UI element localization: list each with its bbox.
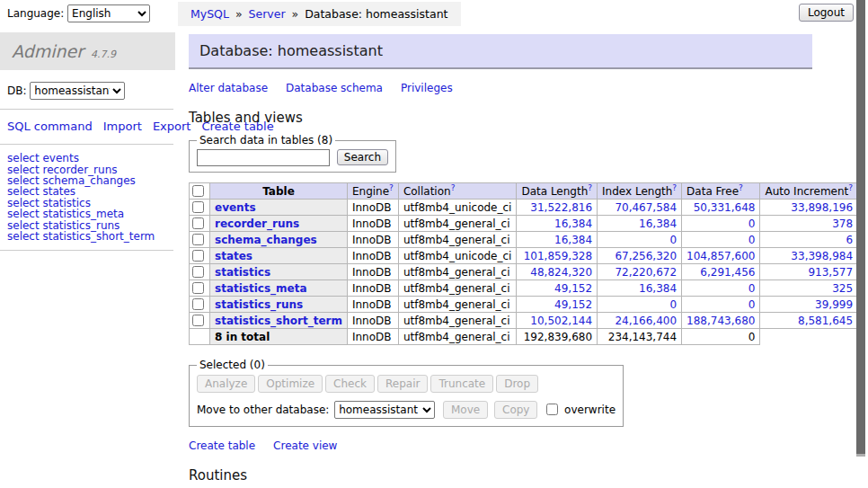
collation-cell: utf8mb4_general_ci bbox=[398, 264, 517, 280]
auto-increment-link[interactable]: 33,398,984 bbox=[791, 250, 853, 262]
help-link[interactable]: ? bbox=[389, 183, 394, 192]
help-link[interactable]: ? bbox=[739, 183, 743, 192]
table-link-statistics-runs[interactable]: statistics_runs bbox=[215, 298, 303, 311]
search-button[interactable]: Search bbox=[337, 149, 388, 165]
table-link-statistics-meta[interactable]: statistics_meta bbox=[215, 282, 307, 295]
index-length-link[interactable]: 0 bbox=[669, 298, 677, 311]
help-link[interactable]: ? bbox=[848, 183, 853, 192]
table-name-cell: statistics bbox=[210, 264, 348, 280]
auto-increment-link[interactable]: 378 bbox=[832, 217, 853, 230]
optimize-button[interactable]: Optimize bbox=[258, 375, 323, 393]
auto-increment-link[interactable]: 39,999 bbox=[815, 298, 853, 311]
help-link[interactable]: ? bbox=[588, 183, 592, 192]
index-length-link[interactable]: 70,467,584 bbox=[615, 201, 677, 214]
table-row-statistics-meta: statistics_metaInnoDButf8mb4_general_ci4… bbox=[190, 280, 868, 297]
data-length-link[interactable]: 49,152 bbox=[554, 298, 592, 311]
index-length-cell: 24,166,400 bbox=[598, 313, 682, 329]
help-link[interactable]: ? bbox=[451, 183, 456, 192]
data-free-link[interactable]: 0 bbox=[748, 234, 756, 246]
repair-button[interactable]: Repair bbox=[377, 375, 428, 393]
auto-increment-link[interactable]: 33,898,196 bbox=[791, 201, 853, 214]
table-link-recorder-runs[interactable]: recorder_runs bbox=[215, 217, 299, 230]
data-length-link[interactable]: 10,502,144 bbox=[530, 315, 592, 327]
help-link[interactable]: ? bbox=[672, 183, 677, 192]
auto-increment-link[interactable]: 6 bbox=[846, 234, 853, 246]
data-free-link[interactable]: 0 bbox=[748, 217, 756, 230]
data-length-link[interactable]: 16,384 bbox=[554, 234, 592, 246]
table-link-statistics-short-term[interactable]: statistics_short_term bbox=[215, 315, 342, 327]
table-link-states[interactable]: states bbox=[215, 250, 252, 262]
index-length-link[interactable]: 67,256,320 bbox=[615, 250, 677, 262]
table-link-schema-changes[interactable]: schema_changes bbox=[215, 234, 317, 246]
data-free-link[interactable]: 0 bbox=[748, 282, 756, 295]
analyze-button[interactable]: Analyze bbox=[197, 375, 255, 393]
main-content: MySQL » Server » Database: homeassistant… bbox=[178, 0, 859, 488]
data-length-link[interactable]: 48,824,320 bbox=[530, 266, 592, 279]
sidebar-item-select-statistics-meta[interactable]: select statistics_meta bbox=[7, 209, 175, 219]
row-checkbox-statistics-meta[interactable] bbox=[192, 282, 204, 294]
row-checkbox-statistics-runs[interactable] bbox=[192, 298, 204, 310]
scrollbar-thumb[interactable] bbox=[856, 0, 865, 457]
logout-button[interactable]: Logout bbox=[799, 4, 854, 22]
db-link-alter-database[interactable]: Alter database bbox=[189, 82, 268, 94]
data-free-cell: 0 bbox=[682, 280, 760, 297]
breadcrumb-server[interactable]: Server bbox=[249, 7, 286, 21]
table-name-cell: states bbox=[210, 248, 348, 264]
copy-button[interactable]: Copy bbox=[494, 401, 537, 419]
data-length-link[interactable]: 101,859,328 bbox=[524, 250, 592, 262]
auto-increment-link[interactable]: 913,577 bbox=[808, 266, 853, 279]
data-length-link[interactable]: 31,522,816 bbox=[530, 201, 592, 214]
data-free-link[interactable]: 188,743,680 bbox=[686, 315, 755, 327]
table-link-statistics[interactable]: statistics bbox=[215, 266, 270, 279]
sidebar-action-import[interactable]: Import bbox=[103, 120, 142, 133]
row-checkbox-schema-changes[interactable] bbox=[192, 234, 204, 245]
move-button[interactable]: Move bbox=[443, 401, 488, 419]
row-checkbox-statistics[interactable] bbox=[192, 266, 204, 278]
index-length-link[interactable]: 24,166,400 bbox=[615, 315, 677, 327]
data-free-link[interactable]: 50,331,648 bbox=[694, 201, 756, 214]
search-input[interactable] bbox=[197, 149, 330, 166]
row-checkbox-statistics-short-term[interactable] bbox=[192, 315, 204, 326]
move-db-select[interactable]: homeassistant bbox=[334, 401, 435, 419]
auto-increment-cell: 33,398,984 bbox=[760, 248, 858, 264]
index-length-link[interactable]: 16,384 bbox=[639, 282, 677, 295]
data-free-link[interactable]: 0 bbox=[748, 298, 756, 311]
check-button[interactable]: Check bbox=[325, 375, 375, 393]
vertical-scrollbar[interactable] bbox=[856, 0, 868, 488]
data-free-link[interactable]: 6,291,456 bbox=[700, 266, 755, 279]
sidebar-item-select-events[interactable]: select events bbox=[7, 153, 175, 164]
search-legend: Search data in tables (8) bbox=[197, 134, 335, 146]
data-free-link[interactable]: 104,857,600 bbox=[686, 250, 755, 262]
sidebar-actions: SQL commandImportExportCreate table bbox=[0, 118, 169, 136]
auto-increment-link[interactable]: 325 bbox=[832, 282, 853, 295]
index-length-link[interactable]: 72,220,672 bbox=[615, 266, 677, 279]
index-length-cell: 67,256,320 bbox=[598, 248, 682, 264]
sidebar-action-sql-command[interactable]: SQL command bbox=[7, 120, 93, 133]
breadcrumb-mysql[interactable]: MySQL bbox=[190, 7, 229, 21]
auto-increment-link[interactable]: 8,581,645 bbox=[798, 315, 853, 327]
row-checkbox-events[interactable] bbox=[192, 201, 204, 213]
data-length-link[interactable]: 49,152 bbox=[554, 282, 592, 295]
overwrite-checkbox[interactable] bbox=[546, 404, 558, 415]
index-length-link[interactable]: 16,384 bbox=[639, 217, 677, 230]
language-select[interactable]: English bbox=[67, 4, 150, 22]
tables-overview-table: TableEngine?Collation?Data Length?Index … bbox=[189, 182, 868, 345]
sidebar-item-select-statistics-short-term[interactable]: select statistics_short_term bbox=[7, 231, 175, 242]
select-all-checkbox[interactable] bbox=[192, 185, 204, 197]
db-link-privileges[interactable]: Privileges bbox=[401, 82, 453, 94]
row-checkbox-states[interactable] bbox=[192, 250, 204, 262]
row-checkbox-recorder-runs[interactable] bbox=[192, 217, 204, 229]
db-link-database-schema[interactable]: Database schema bbox=[286, 82, 383, 94]
drop-button[interactable]: Drop bbox=[496, 375, 538, 393]
index-length-link[interactable]: 0 bbox=[669, 234, 677, 246]
sidebar-item-select-states[interactable]: select states bbox=[7, 186, 175, 197]
data-length-link[interactable]: 16,384 bbox=[554, 217, 592, 230]
truncate-button[interactable]: Truncate bbox=[430, 375, 493, 393]
brand-version[interactable]: 4.7.9 bbox=[91, 49, 116, 60]
create-link-create-table[interactable]: Create table bbox=[189, 439, 255, 452]
create-link-create-view[interactable]: Create view bbox=[273, 439, 337, 452]
db-select[interactable]: homeassistant bbox=[30, 82, 125, 100]
table-name-cell: recorder_runs bbox=[210, 216, 348, 232]
table-link-events[interactable]: events bbox=[215, 201, 256, 214]
engine-cell: InnoDB bbox=[347, 280, 398, 297]
